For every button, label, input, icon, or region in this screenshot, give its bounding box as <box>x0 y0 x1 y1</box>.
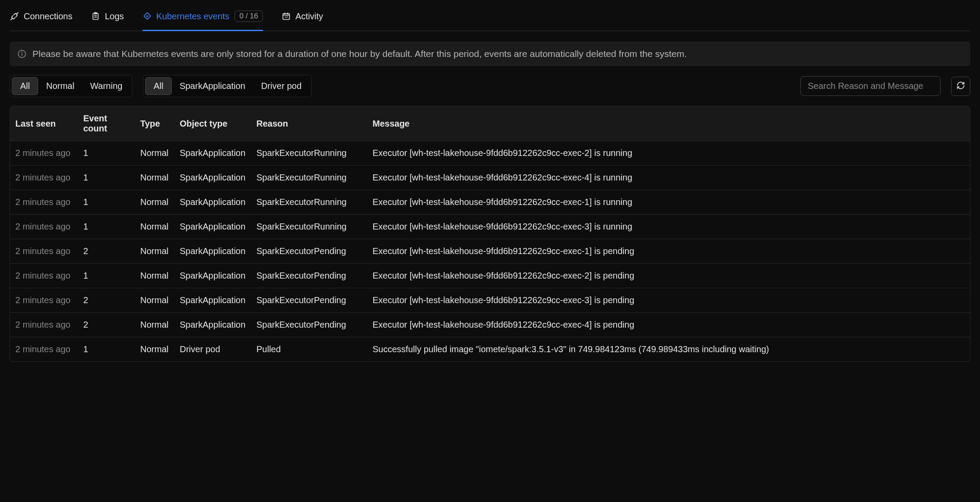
controls-row: All Normal Warning All SparkApplication … <box>10 75 970 97</box>
tab-activity[interactable]: 12 Activity <box>281 6 323 30</box>
tab-kubernetes-events-label: Kubernetes events <box>156 11 230 21</box>
events-table: Last seen Event count Type Object type R… <box>10 106 970 361</box>
events-table-wrap: Last seen Event count Type Object type R… <box>10 106 970 362</box>
tab-kubernetes-events[interactable]: Kubernetes events 0 / 16 <box>142 5 263 31</box>
cell-type: Normal <box>135 141 174 166</box>
table-row: 2 minutes ago1NormalSparkApplicationSpar… <box>10 166 970 190</box>
table-row: 2 minutes ago1NormalSparkApplicationSpar… <box>10 215 970 239</box>
cell-event-count: 2 <box>78 288 135 313</box>
cell-message: Executor [wh-test-lakehouse-9fdd6b912262… <box>367 190 970 215</box>
cell-reason: SparkExecutorRunning <box>251 215 367 239</box>
cell-object-type: SparkApplication <box>174 215 251 239</box>
cell-event-count: 1 <box>78 264 135 288</box>
cell-type: Normal <box>135 288 174 313</box>
cell-last-seen: 2 minutes ago <box>10 239 78 264</box>
cell-event-count: 2 <box>78 313 135 337</box>
type-filter-all[interactable]: All <box>12 77 38 95</box>
refresh-button[interactable] <box>951 77 970 96</box>
table-row: 2 minutes ago1NormalSparkApplicationSpar… <box>10 190 970 215</box>
table-row: 2 minutes ago1NormalSparkApplicationSpar… <box>10 141 970 166</box>
refresh-icon <box>956 81 965 91</box>
th-message: Message <box>367 106 970 141</box>
cell-object-type: SparkApplication <box>174 288 251 313</box>
tab-logs[interactable]: Logs <box>91 6 124 30</box>
tab-activity-label: Activity <box>295 11 323 21</box>
cell-last-seen: 2 minutes ago <box>10 166 78 190</box>
cell-last-seen: 2 minutes ago <box>10 313 78 337</box>
th-object-type: Object type <box>174 106 251 141</box>
cell-message: Executor [wh-test-lakehouse-9fdd6b912262… <box>367 239 970 264</box>
th-type: Type <box>135 106 174 141</box>
cell-reason: SparkExecutorPending <box>251 313 367 337</box>
cell-object-type: SparkApplication <box>174 190 251 215</box>
table-row: 2 minutes ago1NormalDriver podPulledSucc… <box>10 337 970 362</box>
cell-last-seen: 2 minutes ago <box>10 288 78 313</box>
tab-logs-label: Logs <box>105 11 124 21</box>
cell-event-count: 2 <box>78 239 135 264</box>
cell-event-count: 1 <box>78 141 135 166</box>
svg-text:12: 12 <box>284 15 288 18</box>
type-filter-warning[interactable]: Warning <box>82 77 131 95</box>
cell-reason: Pulled <box>251 337 367 362</box>
object-filter-group: All SparkApplication Driver pod <box>143 75 312 97</box>
type-filter-normal[interactable]: Normal <box>38 77 82 95</box>
calendar-icon: 12 <box>281 11 291 21</box>
table-row: 2 minutes ago2NormalSparkApplicationSpar… <box>10 313 970 337</box>
cell-message: Executor [wh-test-lakehouse-9fdd6b912262… <box>367 166 970 190</box>
cell-last-seen: 2 minutes ago <box>10 337 78 362</box>
table-row: 2 minutes ago2NormalSparkApplicationSpar… <box>10 288 970 313</box>
cell-reason: SparkExecutorRunning <box>251 166 367 190</box>
cell-event-count: 1 <box>78 215 135 239</box>
cell-object-type: SparkApplication <box>174 313 251 337</box>
cell-last-seen: 2 minutes ago <box>10 190 78 215</box>
cell-type: Normal <box>135 166 174 190</box>
events-count-badge: 0 / 16 <box>234 11 263 22</box>
cell-object-type: SparkApplication <box>174 239 251 264</box>
cell-reason: SparkExecutorRunning <box>251 190 367 215</box>
cell-message: Executor [wh-test-lakehouse-9fdd6b912262… <box>367 288 970 313</box>
cell-object-type: SparkApplication <box>174 166 251 190</box>
table-row: 2 minutes ago1NormalSparkApplicationSpar… <box>10 264 970 288</box>
cell-last-seen: 2 minutes ago <box>10 215 78 239</box>
cell-reason: SparkExecutorPending <box>251 288 367 313</box>
info-banner-text: Please be aware that Kubernetes events a… <box>32 49 687 59</box>
cell-type: Normal <box>135 337 174 362</box>
th-event-count: Event count <box>78 106 135 141</box>
cell-event-count: 1 <box>78 337 135 362</box>
cell-reason: SparkExecutorRunning <box>251 141 367 166</box>
th-reason: Reason <box>251 106 367 141</box>
object-filter-driver-pod[interactable]: Driver pod <box>253 77 309 95</box>
cell-object-type: Driver pod <box>174 337 251 362</box>
cell-type: Normal <box>135 313 174 337</box>
cell-last-seen: 2 minutes ago <box>10 264 78 288</box>
th-last-seen: Last seen <box>10 106 78 141</box>
cell-type: Normal <box>135 264 174 288</box>
cell-type: Normal <box>135 190 174 215</box>
cell-object-type: SparkApplication <box>174 264 251 288</box>
cell-reason: SparkExecutorPending <box>251 264 367 288</box>
cell-reason: SparkExecutorPending <box>251 239 367 264</box>
table-row: 2 minutes ago2NormalSparkApplicationSpar… <box>10 239 970 264</box>
info-banner: Please be aware that Kubernetes events a… <box>10 42 970 66</box>
plug-icon <box>10 11 19 21</box>
tabs-nav: Connections Logs Kubernetes events 0 / 1… <box>10 5 970 31</box>
search-input[interactable] <box>800 76 941 96</box>
cell-message: Executor [wh-test-lakehouse-9fdd6b912262… <box>367 215 970 239</box>
cell-message: Executor [wh-test-lakehouse-9fdd6b912262… <box>367 313 970 337</box>
cell-event-count: 1 <box>78 190 135 215</box>
cell-type: Normal <box>135 239 174 264</box>
cell-last-seen: 2 minutes ago <box>10 141 78 166</box>
object-filter-spark-application[interactable]: SparkApplication <box>172 77 253 95</box>
cell-message: Executor [wh-test-lakehouse-9fdd6b912262… <box>367 141 970 166</box>
cell-message: Successfully pulled image "iomete/spark:… <box>367 337 970 362</box>
diamond-icon <box>142 11 152 21</box>
cell-type: Normal <box>135 215 174 239</box>
cell-object-type: SparkApplication <box>174 141 251 166</box>
info-icon <box>18 49 26 58</box>
tab-connections[interactable]: Connections <box>10 6 72 30</box>
tab-connections-label: Connections <box>24 11 72 21</box>
object-filter-all[interactable]: All <box>145 77 171 95</box>
svg-point-5 <box>146 16 147 17</box>
type-filter-group: All Normal Warning <box>10 75 132 97</box>
cell-message: Executor [wh-test-lakehouse-9fdd6b912262… <box>367 264 970 288</box>
